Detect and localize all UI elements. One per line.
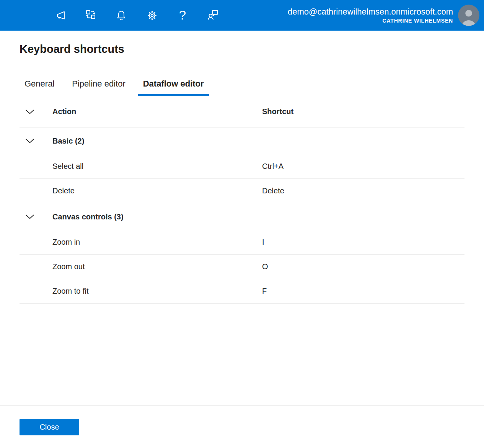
account-text: demo@cathrinewilhelmsen.onmicrosoft.com … [288,7,453,25]
action-cell: Zoom in [52,238,262,247]
shortcut-cell: Ctrl+A [262,162,464,171]
shortcut-row-select-all: Select all Ctrl+A [20,154,464,179]
group-chevron-cell [20,137,52,145]
tab-bar: General Pipeline editor Dataflow editor [20,77,464,96]
shortcut-table: Action Shortcut Basic (2) Select all Ctr… [20,96,464,304]
header-chevron-cell [20,108,52,116]
tab-dataflow-editor[interactable]: Dataflow editor [138,77,209,96]
feedback-person-icon[interactable] [207,9,220,22]
action-cell: Select all [52,162,262,171]
group-label: Canvas controls (3) [52,213,262,221]
topbar-icon-group: ? [54,9,220,22]
group-row-basic: Basic (2) [20,128,464,154]
megaphone-icon[interactable] [54,9,67,22]
shortcut-row-zoom-to-fit: Zoom to fit F [20,279,464,304]
shortcut-cell: F [262,287,464,296]
shortcut-row-zoom-in: Zoom in I [20,230,464,255]
account-name: CATHRINE WILHELMSEN [288,17,453,25]
group-label: Basic (2) [52,137,262,146]
action-column-header: Action [52,107,262,116]
collapse-all-chevron-icon[interactable] [24,108,35,116]
close-button[interactable]: Close [20,419,79,435]
collapse-group-chevron-icon[interactable] [24,213,35,221]
shortcut-row-delete: Delete Delete [20,179,464,203]
dialog-footer: Close [0,405,484,448]
page-title: Keyboard shortcuts [20,41,464,57]
action-cell: Delete [52,186,262,195]
tab-general[interactable]: General [20,77,59,96]
switch-data-factory-icon[interactable] [84,9,97,22]
tab-pipeline-editor[interactable]: Pipeline editor [67,77,130,96]
group-chevron-cell [20,213,52,221]
main-content: Keyboard shortcuts General Pipeline edit… [0,31,484,405]
keyboard-shortcuts-page: ? demo@cathrinewilhelmsen.onmicrosoft.co… [0,0,484,448]
action-cell: Zoom to fit [52,287,262,296]
group-row-canvas-controls: Canvas controls (3) [20,203,464,230]
notifications-bell-icon[interactable] [115,9,128,22]
collapse-group-chevron-icon[interactable] [24,137,35,145]
action-cell: Zoom out [52,262,262,271]
table-header-row: Action Shortcut [20,96,464,128]
avatar[interactable] [458,5,479,26]
shortcut-row-zoom-out: Zoom out O [20,255,464,279]
topbar: ? demo@cathrinewilhelmsen.onmicrosoft.co… [0,0,484,31]
shortcut-cell: O [262,262,464,271]
help-question-icon[interactable]: ? [176,9,189,22]
shortcut-cell: I [262,238,464,247]
settings-gear-icon[interactable] [145,9,158,22]
shortcut-cell: Delete [262,186,464,195]
account-menu[interactable]: demo@cathrinewilhelmsen.onmicrosoft.com … [288,5,484,26]
account-email: demo@cathrinewilhelmsen.onmicrosoft.com [288,7,453,17]
question-mark-glyph: ? [179,10,186,21]
shortcut-column-header: Shortcut [262,107,464,116]
